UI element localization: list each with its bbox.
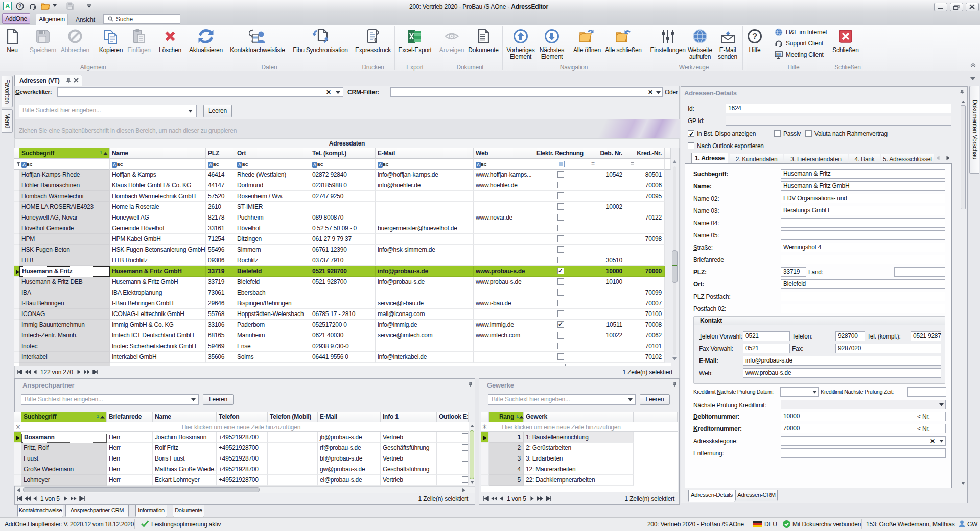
svg-text:?: ? bbox=[752, 32, 757, 41]
svg-text:A: A bbox=[5, 2, 10, 10]
svg-text:?: ? bbox=[18, 4, 21, 9]
